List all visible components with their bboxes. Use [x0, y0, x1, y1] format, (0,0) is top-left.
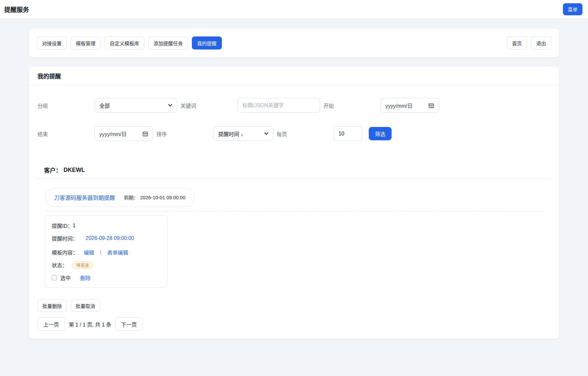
logout-button[interactable]: 退出 [531, 36, 551, 49]
filter-form: 分组 全部 关键词 开始 [37, 98, 551, 141]
link-separator: | [100, 249, 101, 255]
reminder-time-label: 提醒时间： [52, 234, 78, 242]
chevron-down-icon [168, 104, 172, 107]
filter-end-field: 结束 yyyy/mm/日 [37, 126, 153, 141]
tab-my-reminders[interactable]: 我的提醒 [192, 36, 222, 49]
batch-actions: 批量删除 批量取消 [37, 299, 551, 312]
nav-card: 对接设置 模板管理 自定义模板库 添加提醒任务 我的提醒 首页 退出 [29, 28, 559, 58]
reminder-title-link[interactable]: 刀客源码服务器到期提醒 [54, 193, 115, 202]
keyword-input[interactable] [242, 103, 315, 108]
reminder-id-label: 提醒ID： [52, 222, 73, 230]
reminder-card: 提醒ID： 1 提醒时间： 2026-09-28 09:00:00 模板内容： … [45, 216, 167, 288]
tab-add-reminder-task[interactable]: 添加提醒任务 [148, 36, 188, 49]
end-date-input[interactable]: yyyy/mm/日 [94, 126, 153, 141]
dashed-divider [45, 211, 543, 211]
status-label: 状态： [52, 261, 67, 269]
filter-sort-field: 排序 提醒时间 ↓ [156, 126, 273, 141]
home-button[interactable]: 首页 [507, 36, 527, 49]
group-label: 分组 [37, 102, 94, 109]
nav-actions: 首页 退出 [507, 36, 551, 49]
status-row: 状态： 待发送 [52, 261, 161, 269]
reminder-id-value: 1 [73, 223, 76, 229]
sort-select[interactable]: 提醒时间 ↓ [213, 126, 273, 141]
customer-heading: 客户： DKEWL [44, 166, 551, 174]
end-date-value: yyyy/mm/日 [99, 130, 127, 138]
tab-template-management[interactable]: 模板管理 [71, 36, 101, 49]
keyword-input-wrap [237, 98, 320, 113]
tab-custom-template-library[interactable]: 自定义模板库 [105, 36, 144, 49]
due-time: 2026-10-01 09:00:00 [140, 195, 185, 200]
filter-row-1: 分组 全部 关键词 开始 [37, 98, 551, 113]
start-label: 开始 [323, 102, 380, 109]
select-label: 选中 [60, 274, 71, 282]
customer-label: 客户： [44, 166, 62, 174]
sort-select-value: 提醒时间 ↓ [218, 130, 243, 138]
keyword-label: 关键词 [180, 102, 237, 109]
group-select-value: 全部 [99, 102, 110, 109]
start-date-value: yyyy/mm/日 [385, 102, 413, 109]
panel-title: 我的提醒 [37, 72, 551, 80]
end-label: 结束 [37, 130, 94, 138]
filter-keyword-field: 关键词 [180, 98, 320, 113]
template-content-row: 模板内容： 编辑 | 表单编辑 [52, 248, 161, 256]
per-page-label: 每页 [277, 130, 334, 138]
form-edit-link[interactable]: 表单编辑 [107, 248, 128, 256]
customer-divider [37, 178, 551, 179]
filter-group-field: 分组 全部 [37, 98, 177, 113]
filter-start-field: 开始 yyyy/mm/日 [323, 98, 439, 113]
group-select[interactable]: 全部 [94, 98, 177, 113]
reminder-summary-pill: 刀客源码服务器到期提醒 到期： 2026-10-01 09:00:00 [45, 188, 194, 207]
top-bar: 提醒服务 菜单 [0, 0, 588, 19]
reminder-id-row: 提醒ID： 1 [52, 222, 161, 230]
next-page-button[interactable]: 下一页 [115, 317, 143, 331]
filter-row-2: 结束 yyyy/mm/日 排序 提醒时间 ↓ [37, 126, 551, 141]
select-checkbox[interactable] [52, 275, 57, 280]
reminder-time-row: 提醒时间： 2026-09-28 09:00:00 [52, 234, 161, 242]
calendar-icon[interactable] [142, 131, 148, 137]
panel-header: 我的提醒 [29, 66, 559, 86]
page-info: 第 1 / 1 页, 共 1 条 [69, 320, 111, 328]
due-label: 到期： [124, 194, 138, 201]
reminder-due: 到期： 2026-10-01 09:00:00 [124, 194, 185, 201]
reminder-time-link[interactable]: 2026-09-28 09:00:00 [86, 235, 134, 241]
app-title: 提醒服务 [4, 5, 29, 14]
per-page-input-wrap [334, 126, 362, 141]
tab-connect-settings[interactable]: 对接设置 [37, 36, 67, 49]
customer-section: 客户： DKEWL 刀客源码服务器到期提醒 到期： 2026-10-01 09:… [37, 166, 551, 288]
my-reminders-panel: 我的提醒 分组 全部 关键词 [29, 66, 559, 339]
filter-per-page-field: 每页 [277, 126, 362, 141]
chevron-down-icon [264, 132, 268, 135]
status-badge: 待发送 [72, 261, 93, 269]
template-content-label: 模板内容： [52, 248, 78, 256]
start-date-input[interactable]: yyyy/mm/日 [380, 98, 439, 113]
sort-label: 排序 [156, 130, 213, 138]
delete-link[interactable]: 删除 [80, 274, 91, 282]
nav-tabs: 对接设置 模板管理 自定义模板库 添加提醒任务 我的提醒 [37, 36, 222, 49]
batch-cancel-button[interactable]: 批量取消 [71, 299, 100, 312]
customer-name: DKEWL [64, 167, 85, 174]
calendar-icon[interactable] [428, 103, 434, 108]
pagination: 上一页 第 1 / 1 页, 共 1 条 下一页 [37, 317, 551, 331]
filter-button[interactable]: 筛选 [369, 127, 392, 140]
edit-link[interactable]: 编辑 [84, 248, 94, 256]
batch-delete-button[interactable]: 批量删除 [37, 299, 67, 312]
menu-button[interactable]: 菜单 [563, 3, 582, 15]
per-page-input[interactable] [338, 131, 357, 137]
select-row: 选中 删除 [52, 274, 161, 282]
prev-page-button[interactable]: 上一页 [37, 317, 65, 331]
